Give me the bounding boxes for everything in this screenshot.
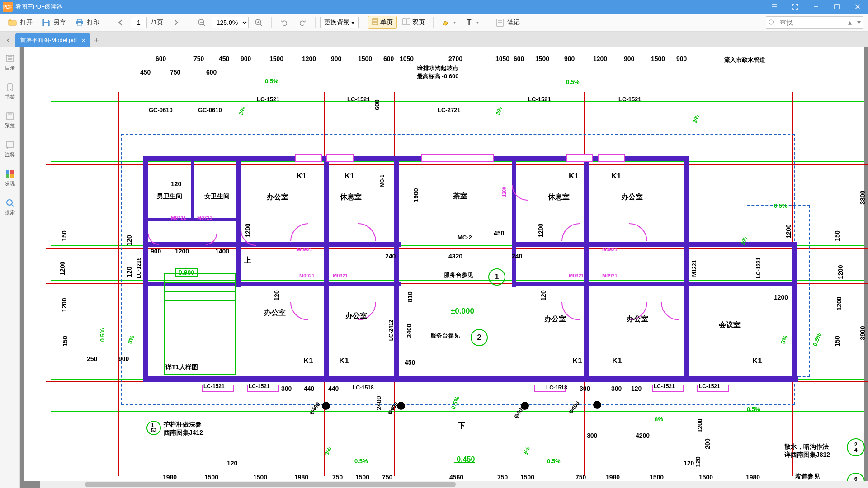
ref-circle: 1 [488,268,505,286]
toc-icon [5,53,15,63]
zoom-select[interactable]: 125.0% [212,17,249,28]
print-button[interactable]: 打印 [71,16,103,29]
search-box[interactable]: ▴ ▾ [766,16,863,29]
svg-rect-30 [8,113,12,115]
svg-rect-19 [407,19,410,25]
open-button[interactable]: 打开 [5,16,36,29]
svg-rect-33 [10,170,14,174]
floor-plan-drawing: 600 750 450 900 1500 1200 900 1500 600 1… [24,47,864,481]
tab-bar: 首层平面图-Model.pdf × + [0,32,868,47]
text-icon: T [465,18,474,27]
notes-button[interactable]: 笔记 [492,16,524,29]
tab-label: 首层平面图-Model.pdf [20,36,77,44]
file-tab[interactable]: 首层平面图-Model.pdf × [15,33,90,47]
menu-button[interactable] [764,0,785,14]
preview-icon [5,111,15,121]
undo-icon [280,18,289,27]
sidebar-preview[interactable]: 预览 [0,109,19,131]
tab-close-button[interactable]: × [81,37,85,44]
save-label: 另存 [53,19,66,27]
svg-line-9 [203,24,205,26]
search-next[interactable]: ▾ [854,18,863,27]
zoom-in-icon [254,18,263,27]
svg-rect-14 [373,19,378,25]
zoom-out-icon [197,18,206,27]
svg-rect-34 [6,174,9,178]
svg-rect-6 [78,23,81,26]
toolbar: 打开 另存 打印 /1页 125.0% 更换背景▾ 单页 双页 ▾ T▾ 笔记 … [0,14,868,32]
search-prev[interactable]: ▴ [845,18,854,27]
svg-line-24 [773,24,774,25]
svg-rect-3 [44,23,48,26]
svg-rect-35 [10,174,14,178]
page-input[interactable] [131,17,147,28]
app-title: 看图王PDF阅读器 [15,3,764,11]
save-button[interactable]: 另存 [38,16,70,29]
horizontal-scrollbar[interactable] [40,481,868,488]
text-button[interactable]: T▾ [461,16,482,29]
svg-line-13 [260,24,262,26]
svg-rect-4 [77,19,82,21]
pdf-page: 600 750 450 900 1500 1200 900 1500 600 1… [24,47,864,481]
svg-point-23 [769,20,774,24]
minimize-button[interactable] [806,0,826,14]
maximize-button[interactable] [826,0,847,14]
next-page-button[interactable] [168,16,184,29]
save-icon [42,18,51,27]
redo-button[interactable] [294,16,311,29]
zoom-out-button[interactable] [193,16,210,29]
new-tab-button[interactable]: + [90,33,104,47]
background-select[interactable]: 更换背景▾ [320,17,359,28]
search-icon [766,19,777,26]
svg-rect-2 [44,19,48,22]
app-logo: PDF [3,2,13,12]
folder-open-icon [8,18,17,27]
svg-rect-1 [835,5,839,9]
main-area: 目录 书签 预览 注释 发现 搜索 [0,47,868,488]
ref-circle: 2 [471,329,488,346]
redo-icon [298,18,307,27]
sidebar: 目录 书签 预览 注释 发现 搜索 [0,47,20,488]
highlight-button[interactable]: ▾ [438,16,459,29]
print-label: 打印 [87,19,99,27]
print-icon [75,18,84,27]
ref-circle: 153 [146,421,161,435]
sidebar-toc[interactable]: 目录 [0,52,19,73]
ref-circle: 24 [847,438,865,456]
double-page-icon [402,18,410,27]
open-label: 打开 [20,19,33,27]
single-page-button[interactable]: 单页 [368,16,397,29]
double-page-button[interactable]: 双页 [399,16,429,28]
svg-rect-18 [403,19,406,25]
highlighter-icon [442,18,451,27]
zoom-in-button[interactable] [250,16,267,29]
prev-page-button[interactable] [113,16,129,29]
chevron-down-icon: ▾ [351,19,354,26]
undo-button[interactable] [276,16,292,29]
svg-line-37 [12,205,14,206]
search-sidebar-icon [5,198,15,208]
close-button[interactable] [847,0,868,14]
page-count: /1页 [149,19,166,27]
sidebar-discover[interactable]: 发现 [0,167,19,189]
fullscreen-button[interactable] [785,0,806,14]
note-icon [495,18,505,27]
svg-rect-32 [6,170,9,174]
bookmark-icon [5,82,15,92]
discover-icon [5,169,15,179]
viewport[interactable]: 600 750 450 900 1500 1200 900 1500 600 1… [20,47,868,488]
search-input[interactable] [777,19,845,26]
title-bar: PDF 看图王PDF阅读器 [0,0,868,14]
sidebar-bookmark[interactable]: 书签 [0,80,19,102]
arrow-left-icon [116,18,125,27]
sidebar-search[interactable]: 搜索 [0,196,19,218]
annotate-icon [5,140,15,150]
svg-rect-31 [6,142,14,147]
sidebar-annotate[interactable]: 注释 [0,138,19,160]
arrow-right-icon [171,18,180,27]
single-page-icon [372,18,378,27]
svg-point-36 [7,200,12,205]
collapse-sidebar-button[interactable] [2,33,15,47]
